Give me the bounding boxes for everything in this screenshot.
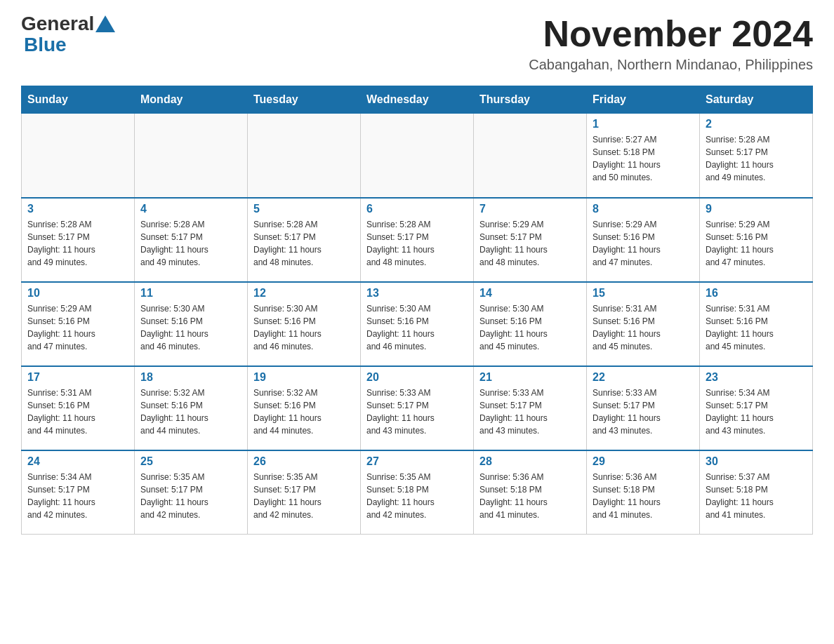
day-info: Sunrise: 5:30 AMSunset: 5:16 PMDaylight:…	[366, 302, 468, 353]
calendar-day-cell: 15Sunrise: 5:31 AMSunset: 5:16 PMDayligh…	[587, 282, 700, 366]
calendar-day-cell: 8Sunrise: 5:29 AMSunset: 5:16 PMDaylight…	[587, 198, 700, 282]
day-info: Sunrise: 5:29 AMSunset: 5:16 PMDaylight:…	[27, 302, 128, 353]
calendar-day-cell	[135, 114, 248, 198]
day-number: 23	[706, 371, 807, 384]
day-info: Sunrise: 5:28 AMSunset: 5:17 PMDaylight:…	[706, 133, 807, 184]
day-number: 2	[706, 118, 807, 130]
calendar-day-cell: 27Sunrise: 5:35 AMSunset: 5:18 PMDayligh…	[361, 450, 474, 535]
calendar-day-cell	[474, 114, 587, 198]
day-info: Sunrise: 5:34 AMSunset: 5:17 PMDaylight:…	[27, 471, 128, 521]
calendar-day-cell: 2Sunrise: 5:28 AMSunset: 5:17 PMDaylight…	[700, 114, 813, 198]
calendar-day-cell: 20Sunrise: 5:33 AMSunset: 5:17 PMDayligh…	[361, 366, 474, 450]
month-title: November 2024	[529, 14, 813, 54]
calendar-day-cell: 13Sunrise: 5:30 AMSunset: 5:16 PMDayligh…	[361, 282, 474, 366]
calendar-header-monday: Monday	[135, 86, 248, 114]
calendar-day-cell: 3Sunrise: 5:28 AMSunset: 5:17 PMDaylight…	[22, 198, 135, 282]
day-number: 27	[366, 455, 468, 468]
day-info: Sunrise: 5:29 AMSunset: 5:16 PMDaylight:…	[593, 218, 694, 269]
day-info: Sunrise: 5:36 AMSunset: 5:18 PMDaylight:…	[593, 471, 694, 521]
logo-blue-text: Blue	[24, 34, 67, 56]
day-info: Sunrise: 5:37 AMSunset: 5:18 PMDaylight:…	[706, 471, 807, 521]
day-number: 24	[27, 455, 128, 468]
calendar-day-cell: 30Sunrise: 5:37 AMSunset: 5:18 PMDayligh…	[700, 450, 813, 535]
day-number: 18	[140, 371, 241, 384]
logo-triangle-icon	[95, 15, 115, 32]
calendar-table: SundayMondayTuesdayWednesdayThursdayFrid…	[21, 86, 813, 535]
calendar-day-cell: 12Sunrise: 5:30 AMSunset: 5:16 PMDayligh…	[248, 282, 361, 366]
day-info: Sunrise: 5:36 AMSunset: 5:18 PMDaylight:…	[479, 471, 581, 521]
calendar-day-cell: 4Sunrise: 5:28 AMSunset: 5:17 PMDaylight…	[135, 198, 248, 282]
day-info: Sunrise: 5:32 AMSunset: 5:16 PMDaylight:…	[253, 387, 355, 437]
day-info: Sunrise: 5:34 AMSunset: 5:17 PMDaylight:…	[706, 387, 807, 437]
calendar-header-saturday: Saturday	[700, 86, 813, 114]
calendar-week-row: 24Sunrise: 5:34 AMSunset: 5:17 PMDayligh…	[22, 450, 813, 535]
day-number: 7	[479, 203, 581, 215]
day-number: 8	[593, 203, 694, 215]
day-info: Sunrise: 5:28 AMSunset: 5:17 PMDaylight:…	[253, 218, 355, 269]
day-number: 10	[27, 287, 128, 300]
calendar-week-row: 1Sunrise: 5:27 AMSunset: 5:18 PMDaylight…	[22, 114, 813, 198]
calendar-header-wednesday: Wednesday	[361, 86, 474, 114]
day-info: Sunrise: 5:33 AMSunset: 5:17 PMDaylight:…	[366, 387, 468, 437]
day-number: 11	[140, 287, 241, 300]
day-number: 19	[253, 371, 355, 384]
calendar-day-cell: 9Sunrise: 5:29 AMSunset: 5:16 PMDaylight…	[700, 198, 813, 282]
calendar-day-cell: 17Sunrise: 5:31 AMSunset: 5:16 PMDayligh…	[22, 366, 135, 450]
calendar-day-cell: 25Sunrise: 5:35 AMSunset: 5:17 PMDayligh…	[135, 450, 248, 535]
day-info: Sunrise: 5:33 AMSunset: 5:17 PMDaylight:…	[479, 387, 581, 437]
calendar-week-row: 3Sunrise: 5:28 AMSunset: 5:17 PMDaylight…	[22, 198, 813, 282]
day-number: 4	[140, 203, 241, 215]
day-number: 16	[706, 287, 807, 300]
day-info: Sunrise: 5:32 AMSunset: 5:16 PMDaylight:…	[140, 387, 241, 437]
day-info: Sunrise: 5:30 AMSunset: 5:16 PMDaylight:…	[479, 302, 581, 353]
logo-general-text: General	[21, 14, 94, 34]
calendar-day-cell: 10Sunrise: 5:29 AMSunset: 5:16 PMDayligh…	[22, 282, 135, 366]
calendar-day-cell: 18Sunrise: 5:32 AMSunset: 5:16 PMDayligh…	[135, 366, 248, 450]
day-number: 29	[593, 455, 694, 468]
day-number: 26	[253, 455, 355, 468]
calendar-day-cell: 29Sunrise: 5:36 AMSunset: 5:18 PMDayligh…	[587, 450, 700, 535]
title-area: November 2024 Cabangahan, Northern Minda…	[529, 14, 813, 73]
day-info: Sunrise: 5:31 AMSunset: 5:16 PMDaylight:…	[27, 387, 128, 437]
logo: General Blue	[21, 14, 117, 56]
calendar-day-cell: 14Sunrise: 5:30 AMSunset: 5:16 PMDayligh…	[474, 282, 587, 366]
day-number: 30	[706, 455, 807, 468]
day-number: 5	[253, 203, 355, 215]
calendar-week-row: 17Sunrise: 5:31 AMSunset: 5:16 PMDayligh…	[22, 366, 813, 450]
day-number: 21	[479, 371, 581, 384]
day-number: 12	[253, 287, 355, 300]
calendar-header-sunday: Sunday	[22, 86, 135, 114]
calendar-day-cell: 5Sunrise: 5:28 AMSunset: 5:17 PMDaylight…	[248, 198, 361, 282]
day-info: Sunrise: 5:27 AMSunset: 5:18 PMDaylight:…	[593, 133, 694, 184]
day-info: Sunrise: 5:33 AMSunset: 5:17 PMDaylight:…	[593, 387, 694, 437]
location-title: Cabangahan, Northern Mindanao, Philippin…	[529, 57, 813, 73]
day-number: 1	[593, 118, 694, 130]
day-info: Sunrise: 5:35 AMSunset: 5:17 PMDaylight:…	[140, 471, 241, 521]
day-number: 13	[366, 287, 468, 300]
day-number: 22	[593, 371, 694, 384]
day-info: Sunrise: 5:28 AMSunset: 5:17 PMDaylight:…	[140, 218, 241, 269]
calendar-day-cell: 7Sunrise: 5:29 AMSunset: 5:17 PMDaylight…	[474, 198, 587, 282]
page-header: General Blue November 2024 Cabangahan, N…	[21, 14, 813, 73]
calendar-day-cell: 6Sunrise: 5:28 AMSunset: 5:17 PMDaylight…	[361, 198, 474, 282]
day-number: 9	[706, 203, 807, 215]
day-number: 25	[140, 455, 241, 468]
calendar-header-friday: Friday	[587, 86, 700, 114]
calendar-day-cell: 22Sunrise: 5:33 AMSunset: 5:17 PMDayligh…	[587, 366, 700, 450]
day-info: Sunrise: 5:31 AMSunset: 5:16 PMDaylight:…	[706, 302, 807, 353]
day-number: 3	[27, 203, 128, 215]
calendar-header-thursday: Thursday	[474, 86, 587, 114]
day-info: Sunrise: 5:30 AMSunset: 5:16 PMDaylight:…	[253, 302, 355, 353]
day-number: 28	[479, 455, 581, 468]
calendar-day-cell	[361, 114, 474, 198]
calendar-day-cell: 28Sunrise: 5:36 AMSunset: 5:18 PMDayligh…	[474, 450, 587, 535]
calendar-day-cell: 19Sunrise: 5:32 AMSunset: 5:16 PMDayligh…	[248, 366, 361, 450]
day-info: Sunrise: 5:28 AMSunset: 5:17 PMDaylight:…	[366, 218, 468, 269]
day-info: Sunrise: 5:29 AMSunset: 5:16 PMDaylight:…	[706, 218, 807, 269]
calendar-day-cell: 23Sunrise: 5:34 AMSunset: 5:17 PMDayligh…	[700, 366, 813, 450]
day-info: Sunrise: 5:30 AMSunset: 5:16 PMDaylight:…	[140, 302, 241, 353]
calendar-day-cell: 21Sunrise: 5:33 AMSunset: 5:17 PMDayligh…	[474, 366, 587, 450]
calendar-header-row: SundayMondayTuesdayWednesdayThursdayFrid…	[22, 86, 813, 114]
day-number: 17	[27, 371, 128, 384]
calendar-day-cell	[22, 114, 135, 198]
